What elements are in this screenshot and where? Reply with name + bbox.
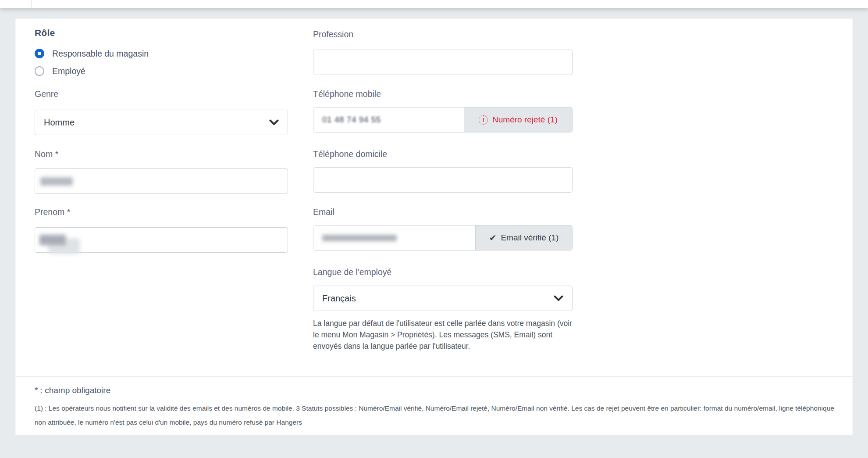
profession-label: Profession [313, 29, 353, 39]
email-group: ✔ Email vérifié (1) [313, 225, 573, 250]
required-field-note: * : champ obligatoire [35, 386, 110, 395]
email-label: Email [313, 207, 334, 217]
telephone-mobile-label: Téléphone mobile [313, 89, 381, 99]
prenom-label: Prenom * [35, 207, 70, 217]
page: Rôle Responsable du magasin Employé Genr… [0, 0, 868, 458]
footer-divider [16, 376, 852, 377]
langue-label: Langue de l'employé [313, 267, 391, 277]
employee-form-card: Rôle Responsable du magasin Employé Genr… [15, 18, 853, 435]
langue-helper-text: La langue par défaut de l'utilisateur es… [313, 318, 576, 352]
telephone-mobile-input[interactable]: 01 48 74 94 55 [313, 107, 464, 132]
langue-select[interactable]: Français [313, 286, 573, 311]
alert-dashed-circle-icon: ! [479, 115, 488, 125]
chevron-down-icon [554, 295, 563, 301]
radio-option-responsable[interactable]: Responsable du magasin [35, 48, 149, 59]
radio-label: Responsable du magasin [52, 49, 149, 59]
genre-label: Genre [35, 89, 58, 99]
nom-input[interactable] [35, 168, 288, 194]
redacted-value [39, 235, 66, 245]
tab-bar [0, 0, 868, 8]
genre-select[interactable]: Homme [35, 110, 288, 135]
email-verifie-badge: ✔ Email vérifié (1) [475, 225, 572, 250]
email-verifie-text: Email vérifié (1) [501, 233, 559, 243]
radio-unselected-icon[interactable] [35, 66, 44, 76]
prenom-input[interactable] [35, 227, 288, 253]
genre-selected-value: Homme [44, 118, 269, 128]
telephone-domicile-input[interactable] [313, 167, 573, 193]
radio-label: Employé [52, 66, 85, 76]
numero-rejete-text: Numéro rejeté (1) [492, 115, 558, 125]
email-input[interactable] [313, 225, 475, 250]
status-footnote: (1) : Les opérateurs nous notifient sur … [35, 401, 834, 429]
chevron-down-icon [269, 119, 279, 125]
tab-divider [32, 0, 32, 8]
profession-input[interactable] [313, 50, 573, 75]
role-section-heading: Rôle [35, 28, 55, 38]
radio-option-employe[interactable]: Employé [35, 65, 85, 77]
nom-label: Nom * [35, 149, 58, 159]
telephone-domicile-label: Téléphone domicile [313, 149, 387, 159]
langue-selected-value: Français [322, 293, 554, 304]
telephone-mobile-group: 01 48 74 94 55 ! Numéro rejeté (1) [313, 107, 573, 132]
radio-selected-icon[interactable] [35, 49, 44, 58]
numero-rejete-badge: ! Numéro rejeté (1) [464, 107, 572, 132]
redacted-value [322, 235, 397, 241]
redacted-value [40, 177, 73, 186]
check-icon: ✔ [489, 233, 497, 243]
telephone-mobile-value: 01 48 74 94 55 [322, 115, 381, 125]
